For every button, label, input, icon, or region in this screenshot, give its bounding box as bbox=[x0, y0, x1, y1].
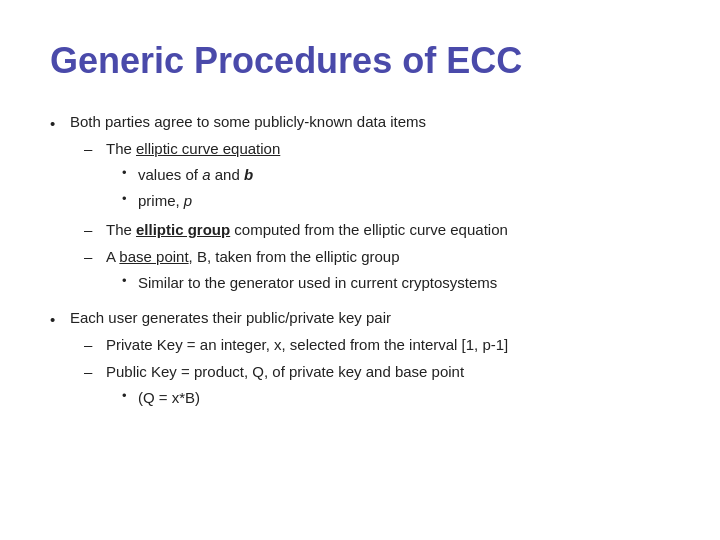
sub-sub-item-b: • prime, p bbox=[122, 189, 280, 213]
elliptic-curve-equation-label: elliptic curve equation bbox=[136, 140, 280, 157]
sub-dash-5: – bbox=[84, 360, 106, 384]
bullet-1: • Both parties agree to some publicly-kn… bbox=[50, 110, 670, 300]
sub-item-2: – The elliptic group computed from the e… bbox=[84, 218, 670, 242]
bullet-2: • Each user generates their public/priva… bbox=[50, 306, 670, 415]
slide-content: • Both parties agree to some publicly-kn… bbox=[50, 110, 670, 415]
sub-item-3-text: A base point, B, taken from the elliptic… bbox=[106, 245, 497, 297]
sub-sub-item-a: • values of a and b bbox=[122, 163, 280, 187]
sub-dash-1: – bbox=[84, 137, 106, 161]
sub-sub-list-3: • Similar to the generator used in curre… bbox=[122, 271, 497, 295]
elliptic-group-label: elliptic group bbox=[136, 221, 230, 238]
bullet-1-sublist: – The elliptic curve equation • values o… bbox=[84, 137, 670, 297]
sub-sub-item-d: • (Q = x*B) bbox=[122, 386, 464, 410]
sub-sub-a-text: values of a and b bbox=[138, 163, 253, 187]
bullet-1-label: Both parties agree to some publicly-know… bbox=[70, 113, 426, 130]
sub-sub-bullet-d: • bbox=[122, 386, 138, 407]
sub-dash-3: – bbox=[84, 245, 106, 269]
bullet-dot-1: • bbox=[50, 112, 70, 136]
bullet-2-label: Each user generates their public/private… bbox=[70, 309, 391, 326]
sub-item-5-text: Public Key = product, Q, of private key … bbox=[106, 360, 464, 412]
sub-item-2-text: The elliptic group computed from the ell… bbox=[106, 218, 508, 242]
sub-dash-4: – bbox=[84, 333, 106, 357]
sub-item-5: – Public Key = product, Q, of private ke… bbox=[84, 360, 670, 412]
sub-sub-c-text: Similar to the generator used in current… bbox=[138, 271, 497, 295]
base-point-label: base point bbox=[119, 248, 188, 265]
sub-item-1-text: The elliptic curve equation • values of … bbox=[106, 137, 280, 215]
sub-sub-bullet-a: • bbox=[122, 163, 138, 184]
sub-sub-list-5: • (Q = x*B) bbox=[122, 386, 464, 410]
sub-dash-2: – bbox=[84, 218, 106, 242]
bullet-dot-2: • bbox=[50, 308, 70, 332]
sub-sub-item-c: • Similar to the generator used in curre… bbox=[122, 271, 497, 295]
sub-item-4-text: Private Key = an integer, x, selected fr… bbox=[106, 333, 508, 357]
sub-sub-d-text: (Q = x*B) bbox=[138, 386, 200, 410]
sub-sub-bullet-c: • bbox=[122, 271, 138, 292]
slide: Generic Procedures of ECC • Both parties… bbox=[0, 0, 720, 540]
sub-item-3: – A base point, B, taken from the ellipt… bbox=[84, 245, 670, 297]
bullet-2-text: Each user generates their public/private… bbox=[70, 306, 670, 415]
slide-title: Generic Procedures of ECC bbox=[50, 40, 670, 82]
sub-sub-bullet-b: • bbox=[122, 189, 138, 210]
sub-sub-list-1: • values of a and b • prime, p bbox=[122, 163, 280, 213]
bullet-2-sublist: – Private Key = an integer, x, selected … bbox=[84, 333, 670, 412]
sub-sub-b-text: prime, p bbox=[138, 189, 192, 213]
bullet-1-text: Both parties agree to some publicly-know… bbox=[70, 110, 670, 300]
sub-item-4: – Private Key = an integer, x, selected … bbox=[84, 333, 670, 357]
sub-item-1: – The elliptic curve equation • values o… bbox=[84, 137, 670, 215]
